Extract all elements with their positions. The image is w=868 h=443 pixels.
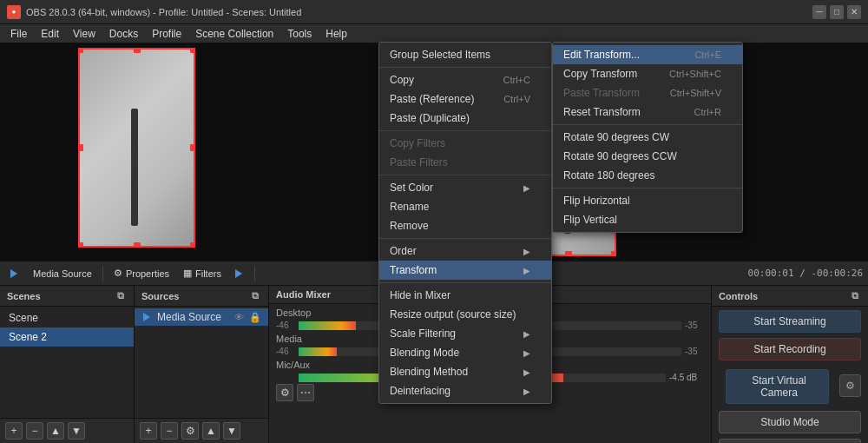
studio-mode-button[interactable]: Studio Mode [719, 411, 861, 433]
ctx-transform[interactable]: Transform ▶ [379, 261, 551, 280]
mic-more-btn[interactable]: ⋯ [297, 384, 314, 401]
ctx-remove[interactable]: Remove [379, 216, 551, 235]
toolbar-source-label: Media Source [28, 267, 97, 281]
lock-icon[interactable]: 🔒 [249, 312, 261, 323]
handle-lm[interactable] [78, 144, 83, 151]
menu-edit[interactable]: Edit [34, 26, 66, 42]
app-icon: ● [7, 5, 21, 19]
handle-bl[interactable] [78, 242, 83, 248]
menu-file[interactable]: File [3, 26, 34, 42]
scene-add-btn[interactable]: + [5, 422, 23, 440]
ctx-flip-horizontal[interactable]: Flip Horizontal [553, 191, 742, 210]
filters-button[interactable]: ▦ Filters [178, 266, 227, 281]
scenes-header-icons: ⧉ [115, 289, 127, 302]
settings-button[interactable]: Settings [719, 439, 861, 443]
handle-r-bm[interactable] [565, 251, 572, 256]
start-streaming-button[interactable]: Start Streaming [719, 310, 861, 333]
desktop-meter-fill [299, 321, 356, 330]
sources-header-icons: ⧉ [249, 289, 261, 302]
start-recording-button[interactable]: Start Recording [719, 338, 861, 360]
virtual-cam-settings-btn[interactable]: ⚙ [839, 374, 861, 397]
scene-remove-btn[interactable]: − [26, 422, 43, 440]
ctx-t-sep-1 [553, 124, 742, 125]
ctx-paste-filters: Paste Filters [379, 153, 551, 172]
virtual-cam-row: Start Virtual Camera ⚙ [719, 366, 861, 406]
eye-icon[interactable]: 👁 [234, 312, 244, 322]
maximize-button[interactable]: □ [830, 5, 844, 19]
properties-button[interactable]: ⚙ Properties [108, 266, 174, 281]
handle-bm[interactable] [134, 242, 141, 248]
source-up-btn[interactable]: ▲ [202, 422, 220, 440]
ctx-scale-filtering[interactable]: Scale Filtering ▶ [379, 324, 551, 343]
source-item-1[interactable]: Media Source 👁 🔒 [135, 308, 268, 326]
menu-view[interactable]: View [66, 26, 102, 42]
scene-up-btn[interactable]: ▲ [47, 422, 64, 440]
handle-r-br[interactable] [611, 251, 616, 256]
controls-copy-btn[interactable]: ⧉ [849, 289, 861, 302]
sources-panel: Sources ⧉ Media Source 👁 🔒 [135, 286, 269, 443]
toolbar-play-btn[interactable] [5, 268, 24, 280]
scenes-copy-btn[interactable]: ⧉ [115, 289, 127, 302]
ctx-rename[interactable]: Rename [379, 197, 551, 216]
menu-scene-collection[interactable]: Scene Collection [188, 26, 280, 42]
handle-tm[interactable] [134, 48, 141, 53]
controls-panel: Controls ⧉ Start Streaming Start Recordi… [712, 286, 868, 443]
sources-list: Media Source 👁 🔒 [135, 307, 268, 418]
toolbar-sep-1 [102, 266, 103, 281]
window-controls: ─ □ ✕ [812, 5, 861, 19]
source-play-icon [141, 312, 152, 322]
scene-item-1[interactable]: Scene [0, 308, 134, 327]
ctx-copy[interactable]: Copy Ctrl+C [379, 70, 551, 89]
handle-tl[interactable] [78, 48, 83, 53]
window-title: OBS 28.0.3 (64-bit, windows) - Profile: … [26, 7, 812, 17]
ctx-sep-2 [379, 130, 551, 131]
ctx-reset-transform[interactable]: Reset Transform Ctrl+R [553, 102, 742, 122]
source-settings-btn[interactable]: ⚙ [181, 422, 199, 440]
ctx-sep-1 [379, 67, 551, 68]
handle-rm[interactable] [190, 144, 195, 151]
ctx-flip-vertical[interactable]: Flip Vertical [553, 210, 742, 229]
menu-tools[interactable]: Tools [280, 26, 319, 42]
mic-settings-btn[interactable]: ⚙ [276, 384, 293, 401]
ctx-deinterlacing[interactable]: Deinterlacing ▶ [379, 381, 551, 400]
sources-copy-btn[interactable]: ⧉ [249, 289, 261, 302]
play-icon [10, 269, 19, 278]
toolbar-sep-2 [254, 266, 255, 281]
handle-br[interactable] [190, 242, 195, 248]
scenes-header: Scenes ⧉ [0, 286, 134, 307]
scenes-list: Scene Scene 2 [0, 307, 134, 418]
ctx-rotate-90ccw[interactable]: Rotate 90 degrees CCW [553, 147, 742, 166]
ctx-blending-mode[interactable]: Blending Mode ▶ [379, 343, 551, 362]
ctx-paste-dup[interactable]: Paste (Duplicate) [379, 109, 551, 128]
menu-docks[interactable]: Docks [102, 26, 145, 42]
ctx-set-color[interactable]: Set Color ▶ [379, 178, 551, 197]
ctx-blending-method[interactable]: Blending Method ▶ [379, 362, 551, 381]
ctx-rotate-180[interactable]: Rotate 180 degrees [553, 166, 742, 185]
toolbar-play2-btn[interactable] [230, 268, 249, 280]
ctx-group-selected[interactable]: Group Selected Items [379, 45, 551, 64]
handle-tr[interactable] [190, 48, 195, 53]
ctx-copy-transform[interactable]: Copy Transform Ctrl+Shift+C [553, 64, 742, 83]
source-remove-btn[interactable]: − [161, 422, 178, 440]
ctx-sep-3 [379, 175, 551, 175]
source-down-btn[interactable]: ▼ [223, 422, 240, 440]
ctx-sep-5 [379, 282, 551, 283]
titlebar: ● OBS 28.0.3 (64-bit, windows) - Profile… [0, 0, 868, 24]
source-add-btn[interactable]: + [140, 422, 157, 440]
ctx-rotate-90cw[interactable]: Rotate 90 degrees CW [553, 128, 742, 147]
ctx-edit-transform[interactable]: Edit Transform... Ctrl+E [553, 45, 742, 64]
thumb-inner-left [80, 50, 194, 246]
timestamp: 00:00:01 / -00:00:26 [748, 268, 863, 279]
sources-footer: + − ⚙ ▲ ▼ [135, 418, 268, 443]
start-virtual-camera-button[interactable]: Start Virtual Camera [726, 369, 829, 404]
menu-help[interactable]: Help [319, 26, 354, 42]
scene-item-2[interactable]: Scene 2 [0, 327, 134, 347]
close-button[interactable]: ✕ [847, 5, 861, 19]
scene-down-btn[interactable]: ▼ [68, 422, 85, 440]
minimize-button[interactable]: ─ [812, 5, 826, 19]
ctx-order[interactable]: Order ▶ [379, 241, 551, 261]
ctx-hide-mixer[interactable]: Hide in Mixer [379, 286, 551, 305]
menu-profile[interactable]: Profile [145, 26, 188, 42]
ctx-paste-ref[interactable]: Paste (Reference) Ctrl+V [379, 89, 551, 109]
ctx-resize-output[interactable]: Resize output (source size) [379, 305, 551, 324]
